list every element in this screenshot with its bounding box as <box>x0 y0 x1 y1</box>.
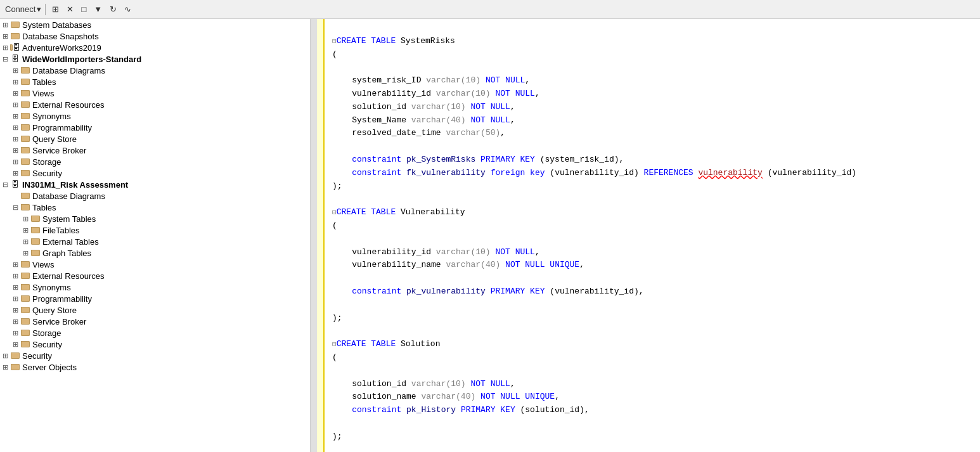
node-in301-db-diagrams[interactable]: Database Diagrams <box>0 190 310 202</box>
kw-primary-2: PRIMARY KEY <box>491 287 545 296</box>
toolbar: Connect ▾ ⊞ ✕ □ ▼ ↻ ∿ <box>0 0 980 19</box>
node-database-snapshots[interactable]: Database Snapshots <box>0 30 310 42</box>
node-in301-tables[interactable]: Tables <box>0 202 310 213</box>
node-wwi-views[interactable]: Views <box>0 87 310 99</box>
expander-wwi-programmability[interactable] <box>10 122 20 132</box>
node-in301-ext-resources[interactable]: External Resources <box>0 270 310 281</box>
object-explorer-panel: System Databases Database Snapshots 🗄 Ad… <box>0 19 311 452</box>
type-2: varchar(10) <box>436 89 491 98</box>
node-wideworldimporters[interactable]: 🗄 WideWorldImporters-Standard <box>0 53 310 65</box>
closing-paren-semi-2: ); <box>332 313 342 323</box>
expander-server-objects[interactable] <box>0 362 10 372</box>
label-in301-ext-resources: External Resources <box>32 271 104 281</box>
node-in301m1[interactable]: 🗄 IN301M1_Risk Assessment <box>0 179 310 190</box>
table-name-solution: Solution <box>401 339 440 349</box>
expander-wwi-storage[interactable] <box>10 157 20 167</box>
node-in301-filetables[interactable]: FileTables <box>0 224 310 236</box>
node-wwi-service-broker[interactable]: Service Broker <box>0 145 310 156</box>
node-wwi-programmability[interactable]: Programmability <box>0 122 310 133</box>
expander-in301m1[interactable] <box>0 179 10 190</box>
expander-in301-synonyms[interactable] <box>10 282 20 292</box>
expander-in301-system-tables[interactable] <box>20 214 30 224</box>
expander-in301-security[interactable] <box>10 339 20 349</box>
expander-in301-service-broker[interactable] <box>10 316 20 326</box>
expander-in301-filetables[interactable] <box>20 225 30 235</box>
expander-database-snapshots[interactable] <box>0 31 10 41</box>
node-adventureworks[interactable]: 🗄 AdventureWorks2019 <box>0 42 310 53</box>
in301m1-children: Database Diagrams Tables System <box>0 190 310 350</box>
expander-in301-tables[interactable] <box>10 202 20 212</box>
node-in301-synonyms[interactable]: Synonyms <box>0 281 310 293</box>
node-in301-service-broker[interactable]: Service Broker <box>0 316 310 327</box>
label-in301-graph-tables: Graph Tables <box>42 249 91 258</box>
constraint-fk-vuln: fk_vulnerability <box>406 168 486 178</box>
type-5: varchar(50) <box>446 128 500 138</box>
filter-button[interactable]: ▼ <box>91 3 105 15</box>
node-system-databases[interactable]: System Databases <box>0 19 310 30</box>
icon-in301-service-broker <box>20 316 30 326</box>
collapse-btn-2[interactable]: ⊟ <box>332 209 337 216</box>
refresh-button[interactable]: ↻ <box>107 3 119 15</box>
expander-in301-external-tables[interactable] <box>20 236 30 247</box>
filter-connections-button[interactable]: ⊞ <box>49 3 61 15</box>
expander-in301-storage[interactable] <box>10 328 20 338</box>
sql-code-content[interactable]: ⊟CREATE TABLE SystemRisks ( system_risk_… <box>325 19 980 452</box>
expander-wwi-security[interactable] <box>10 168 20 178</box>
expander-wwi-service-broker[interactable] <box>10 145 20 155</box>
type-4: varchar(40) <box>411 115 466 125</box>
pk-cols-1: (system_risk_id) <box>540 155 619 164</box>
notnull-6: NOT NULL <box>505 260 545 269</box>
node-wwi-security[interactable]: Security <box>0 167 310 179</box>
node-wwi-query-store[interactable]: Query Store <box>0 133 310 145</box>
collapse-btn-3[interactable]: ⊟ <box>332 340 337 348</box>
expander-wideworldimporters[interactable] <box>0 54 10 64</box>
expander-wwi-synonyms[interactable] <box>10 111 20 121</box>
icon-in301-graph-tables <box>30 248 41 258</box>
node-in301-security[interactable]: Security <box>0 339 310 350</box>
connect-dropdown-arrow[interactable]: ▾ <box>37 4 41 14</box>
node-in301-graph-tables[interactable]: Graph Tables <box>0 247 310 259</box>
expander-wwi-ext-resources[interactable] <box>10 100 20 110</box>
editor-panel[interactable]: ⊟CREATE TABLE SystemRisks ( system_risk_… <box>317 19 980 452</box>
expander-in301-graph-tables[interactable] <box>20 248 30 258</box>
node-in301-external-tables[interactable]: External Tables <box>0 236 310 247</box>
expander-in301-ext-resources[interactable] <box>10 271 20 281</box>
label-in301-system-tables: System Tables <box>42 214 96 224</box>
col-solution-id: solution_id <box>352 379 406 389</box>
icon-in301-security <box>20 339 30 349</box>
expander-in301-programmability[interactable] <box>10 294 20 304</box>
activity-monitor-button[interactable]: ∿ <box>122 3 134 15</box>
node-in301-programmability[interactable]: Programmability <box>0 293 310 304</box>
node-wwi-tables[interactable]: Tables <box>0 76 310 87</box>
node-server-objects[interactable]: Server Objects <box>0 361 310 373</box>
expander-adventureworks[interactable] <box>0 42 10 53</box>
node-wwi-synonyms[interactable]: Synonyms <box>0 110 310 122</box>
icon-adventureworks: 🗄 <box>10 42 20 53</box>
expander-wwi-query-store[interactable] <box>10 134 20 144</box>
disconnect-button[interactable]: ✕ <box>64 3 76 15</box>
node-wwi-ext-resources[interactable]: External Resources <box>0 99 310 110</box>
collapse-btn-1[interactable]: ⊟ <box>332 37 337 45</box>
splitter[interactable] <box>311 19 317 452</box>
node-in301-views[interactable]: Views <box>0 259 310 270</box>
expander-system-databases[interactable] <box>0 20 10 30</box>
expander-wwi-db-diagrams[interactable] <box>10 65 20 75</box>
icon-wwi-tables <box>20 77 30 87</box>
expander-in301-query-store[interactable] <box>10 305 20 315</box>
node-in301-query-store[interactable]: Query Store <box>0 304 310 316</box>
col-vulnerability-id: vulnerability_id <box>352 89 431 98</box>
label-wwi-programmability: Programmability <box>32 123 92 132</box>
expander-wwi-tables[interactable] <box>10 77 20 87</box>
expander-wwi-views[interactable] <box>10 88 20 98</box>
node-wwi-storage[interactable]: Storage <box>0 156 310 167</box>
node-top-security[interactable]: Security <box>0 350 310 361</box>
node-in301-storage[interactable]: Storage <box>0 327 310 339</box>
node-in301-system-tables[interactable]: System Tables <box>0 213 310 224</box>
icon-in301-filetables <box>30 225 41 235</box>
stop-button[interactable]: □ <box>79 3 89 15</box>
node-wwi-db-diagrams[interactable]: Database Diagrams <box>0 65 310 76</box>
connect-button[interactable]: Connect ▾ <box>5 4 41 14</box>
label-in301-tables: Tables <box>32 203 56 212</box>
expander-in301-views[interactable] <box>10 259 20 269</box>
expander-top-security[interactable] <box>0 351 10 361</box>
